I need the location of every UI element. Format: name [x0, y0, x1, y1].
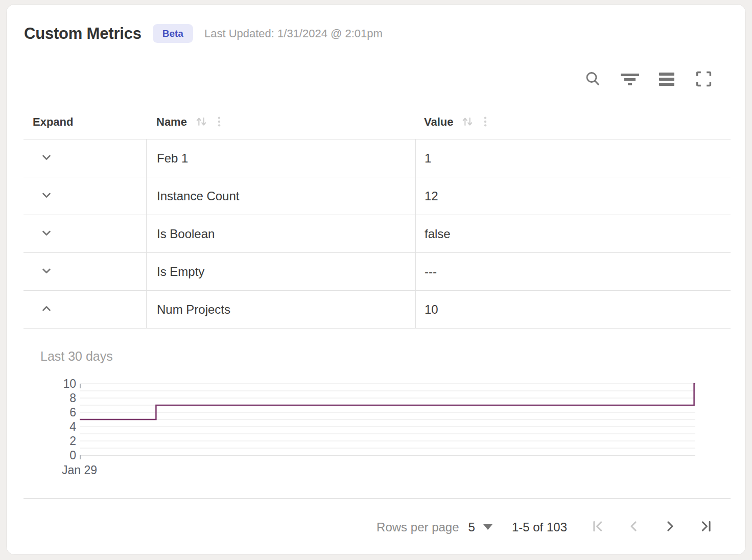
kebab-icon	[214, 115, 225, 130]
expand-toggle[interactable]	[37, 263, 56, 281]
row-value: false	[415, 215, 731, 252]
expand-cell	[24, 177, 146, 215]
chart-y-axis-labels: 0246810	[25, 384, 76, 455]
last-page-icon	[698, 519, 713, 535]
chart-title: Last 30 days	[40, 349, 113, 364]
table-toolbar	[582, 68, 715, 91]
chevron-down-icon	[39, 226, 54, 242]
row-value: 10	[415, 291, 731, 328]
fullscreen-button[interactable]	[692, 68, 715, 91]
chevron-left-icon	[626, 519, 642, 535]
metrics-table: Expand Name	[24, 105, 731, 329]
expand-cell	[24, 291, 146, 328]
column-label: Value	[424, 115, 453, 129]
filter-button[interactable]	[619, 68, 641, 91]
caret-down-icon	[483, 524, 492, 530]
kebab-icon	[480, 115, 491, 130]
expand-cell	[24, 139, 146, 177]
pagination-nav	[591, 520, 713, 535]
column-label: Name	[156, 115, 187, 129]
column-label: Expand	[33, 115, 73, 129]
chevron-down-icon	[39, 188, 54, 204]
first-page-icon	[591, 519, 606, 535]
y-axis-tick-label: 4	[25, 420, 76, 433]
rows-per-page-value: 5	[468, 520, 475, 534]
expand-toggle[interactable]	[37, 225, 56, 243]
sort-arrows-icon	[460, 114, 475, 130]
sort-value-button[interactable]	[460, 114, 475, 130]
beta-badge: Beta	[153, 24, 193, 43]
expand-cell	[24, 215, 146, 252]
chevron-down-icon	[39, 264, 54, 279]
table-row: Num Projects 10	[24, 291, 731, 329]
rows-per-page-select[interactable]: 5	[468, 520, 492, 534]
row-name: Num Projects	[146, 291, 415, 328]
row-name: Instance Count	[146, 177, 415, 215]
pagination-footer: Rows per page 5 1-5 of 103	[24, 498, 731, 555]
fullscreen-icon	[695, 71, 712, 89]
card-header: Custom Metrics Beta Last Updated: 1/31/2…	[24, 24, 383, 43]
expand-toggle[interactable]	[37, 300, 56, 319]
table-row: Instance Count 12	[24, 177, 731, 215]
y-axis-tick-label: 8	[25, 391, 76, 405]
pagination-range: 1-5 of 103	[512, 520, 567, 534]
chevron-up-icon	[39, 301, 54, 317]
table-header-row: Expand Name	[24, 105, 731, 139]
last-updated-text: Last Updated: 1/31/2024 @ 2:01pm	[204, 27, 383, 40]
table-row: Is Boolean false	[24, 215, 731, 253]
page-title: Custom Metrics	[24, 25, 142, 43]
row-value: 12	[415, 177, 731, 215]
previous-page-button[interactable]	[626, 520, 642, 535]
density-button[interactable]	[655, 68, 678, 91]
density-icon	[659, 71, 675, 89]
column-header-expand: Expand	[24, 115, 146, 129]
custom-metrics-card: Custom Metrics Beta Last Updated: 1/31/2…	[6, 4, 746, 555]
filter-icon	[620, 71, 640, 89]
column-header-name: Name	[146, 114, 415, 130]
expand-toggle[interactable]	[37, 149, 56, 168]
row-value: ---	[415, 253, 731, 290]
first-page-button[interactable]	[591, 520, 606, 535]
row-name: Is Empty	[146, 253, 415, 290]
column-header-value: Value	[415, 114, 731, 130]
table-row: Feb 1 1	[24, 139, 731, 177]
expand-toggle[interactable]	[37, 187, 56, 205]
chevron-down-icon	[39, 150, 54, 166]
search-icon	[584, 71, 602, 89]
sort-name-button[interactable]	[194, 114, 208, 130]
search-button[interactable]	[582, 68, 604, 91]
row-value: 1	[415, 139, 731, 177]
table-body: Feb 1 1 Instance Count 12	[24, 139, 731, 329]
expand-cell	[24, 253, 146, 290]
last-page-button[interactable]	[698, 520, 713, 535]
sort-arrows-icon	[194, 114, 208, 130]
rows-per-page-label: Rows per page	[377, 520, 459, 534]
column-menu-name-button[interactable]	[214, 115, 225, 130]
chart-x-tick-label: Jan 29	[62, 463, 97, 477]
table-row: Is Empty ---	[24, 253, 731, 291]
row-name: Feb 1	[146, 139, 415, 177]
y-axis-tick-label: 6	[25, 406, 76, 419]
chevron-right-icon	[662, 519, 677, 535]
y-axis-tick-label: 0	[25, 449, 76, 462]
y-axis-tick-label: 10	[25, 377, 76, 390]
y-axis-tick-label: 2	[25, 434, 76, 448]
next-page-button[interactable]	[662, 520, 677, 535]
row-name: Is Boolean	[146, 215, 415, 252]
column-menu-value-button[interactable]	[480, 115, 491, 130]
num-projects-chart	[80, 384, 695, 460]
